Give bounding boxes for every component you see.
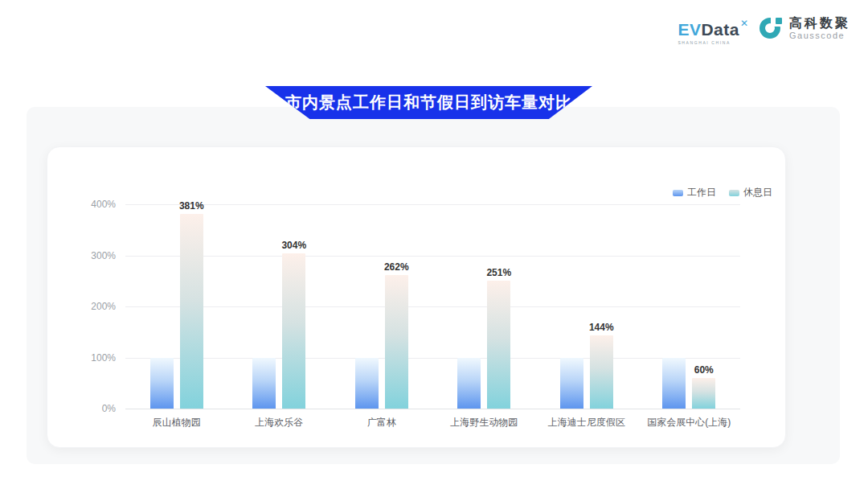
page: EVData✕ SHANGHAI CHINA 高科数聚 Gausscode 市内… xyxy=(0,0,868,489)
bar-restday: 304% xyxy=(282,253,305,409)
bar-value-label: 60% xyxy=(694,364,714,376)
y-tick-400: 400% xyxy=(76,199,116,210)
bar-value-label: 144% xyxy=(589,322,614,333)
bar-group-1: 381%辰山植物园 xyxy=(125,204,228,409)
legend-swatch-workday xyxy=(673,190,683,196)
x-axis-label: 国家会展中心(上海) xyxy=(647,416,731,429)
bar-workday xyxy=(560,358,583,409)
bar-workday xyxy=(457,358,481,409)
gausscode-logo-en: Gausscode xyxy=(789,31,850,40)
chart-card: 工作日 休息日 400% 300% 200% 100% 0% 381%辰山植物园… xyxy=(47,146,786,448)
evdata-logo: EVData✕ SHANGHAI CHINA xyxy=(678,16,748,45)
bar-groups: 381%辰山植物园304%上海欢乐谷262%广富林251%上海野生动物园144%… xyxy=(125,204,740,409)
evdata-logo-data: Data xyxy=(701,21,739,38)
bar-value-label: 304% xyxy=(281,240,306,251)
bar-value-label: 381% xyxy=(179,200,204,212)
y-tick-200: 200% xyxy=(76,301,116,312)
bar-value-label: 262% xyxy=(384,261,409,273)
legend-item-restday[interactable]: 休息日 xyxy=(729,186,772,199)
bar-restday: 262% xyxy=(385,275,408,409)
gausscode-text: 高科数聚 Gausscode xyxy=(789,16,850,40)
legend-label-workday: 工作日 xyxy=(687,186,716,199)
bar-value-label: 251% xyxy=(486,267,511,278)
bar-restday: 381% xyxy=(180,214,203,409)
bar-restday: 144% xyxy=(590,335,613,409)
bar-workday xyxy=(355,358,379,409)
x-axis-label: 辰山植物园 xyxy=(153,416,201,429)
bar-workday xyxy=(662,358,686,409)
x-axis-label: 上海欢乐谷 xyxy=(255,416,303,429)
bar-group-5: 144%上海迪士尼度假区 xyxy=(535,204,638,409)
plot-area: 400% 300% 200% 100% 0% 381%辰山植物园304%上海欢乐… xyxy=(125,204,740,409)
chart-legend: 工作日 休息日 xyxy=(673,186,772,199)
x-axis-line xyxy=(125,409,740,409)
legend-swatch-restday xyxy=(729,190,739,196)
gausscode-g-icon xyxy=(760,16,784,40)
bar-workday xyxy=(150,358,174,409)
gausscode-dot xyxy=(776,18,782,24)
chart-title-banner: 市内景点工作日和节假日到访车量对比 xyxy=(265,86,592,119)
x-axis-label: 广富林 xyxy=(367,416,396,429)
page-title: 市内景点工作日和节假日到访车量对比 xyxy=(285,92,572,113)
y-tick-300: 300% xyxy=(76,250,116,261)
y-tick-0: 0% xyxy=(76,403,116,414)
bar-group-4: 251%上海野生动物园 xyxy=(433,204,536,409)
bar-workday xyxy=(252,358,276,409)
bar-group-6: 60%国家会展中心(上海) xyxy=(638,204,741,409)
evdata-wordmark: EVData✕ xyxy=(678,21,748,38)
evdata-logo-subtext: SHANGHAI CHINA xyxy=(678,40,730,45)
evdata-x-icon: ✕ xyxy=(740,18,748,28)
x-axis-label: 上海迪士尼度假区 xyxy=(548,416,625,429)
gausscode-logo: 高科数聚 Gausscode xyxy=(760,16,850,40)
header-logos: EVData✕ SHANGHAI CHINA 高科数聚 Gausscode xyxy=(678,16,850,45)
legend-item-workday[interactable]: 工作日 xyxy=(673,186,716,199)
bar-restday: 251% xyxy=(487,281,510,409)
bar-group-3: 262%广富林 xyxy=(330,204,433,409)
y-tick-100: 100% xyxy=(76,352,116,364)
legend-label-restday: 休息日 xyxy=(743,186,772,199)
bar-group-2: 304%上海欢乐谷 xyxy=(228,204,331,409)
x-axis-label: 上海野生动物园 xyxy=(450,416,518,429)
bar-restday: 60% xyxy=(692,378,715,409)
evdata-logo-ev: EV xyxy=(678,21,701,38)
gausscode-logo-cn: 高科数聚 xyxy=(789,16,850,31)
